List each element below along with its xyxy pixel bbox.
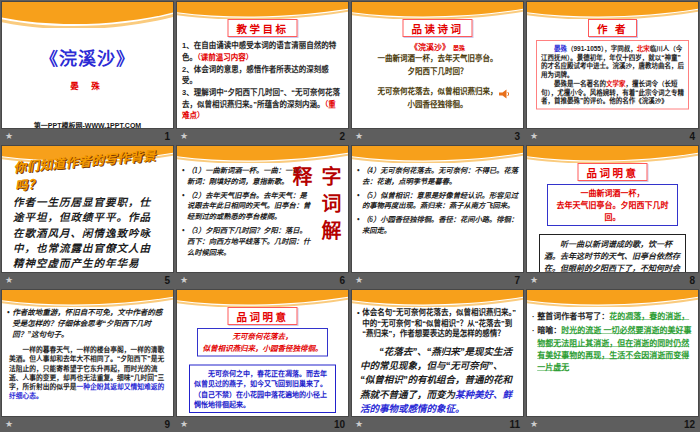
slide-thumbnail[interactable]: 字词解释•（1）一曲新词酒一杯。一曲：一首。新词：刚填好的词，意指新歌。•（2）… [177, 146, 348, 272]
slide-thumbnail[interactable]: •体会名句“无可奈何花落去，似曾相识燕归来。”中的“无可奈何”和“似曾相识”？从… [352, 290, 523, 416]
text-run: 晏殊 [453, 44, 465, 51]
script-para: 作者一生历居显官要职，仕途平坦，但政绩平平。作品在歌酒风月、闲情逸致吟咏中，也常… [13, 195, 162, 272]
main-title: 《浣溪沙》 [7, 44, 168, 70]
slide-thumbnail[interactable]: •作者故地重游，怀旧自不可免，文中作者的感受是怎样的？仔细体会思考“夕阳西下几时… [2, 290, 173, 416]
slide-cell: 你们知道作者的写作背景吗？作者一生历居显官要职，仕途平坦，但政绩平平。作品在歌酒… [0, 144, 175, 288]
list-item-text: （5）似曾相识：意思是好像曾经认识。形容见过的事物再度出现。燕归来：燕子从南方飞… [362, 190, 518, 212]
slide-content: 《浣溪沙》晏 殊第一PPT模板网-WWW.1PPT.COM [2, 2, 173, 111]
animation-star-icon[interactable]: ★ [180, 420, 188, 429]
slide-number: 11 [509, 419, 520, 430]
animation-star-icon[interactable]: ★ [355, 420, 363, 429]
bullet-icon: · [532, 310, 535, 322]
slide-canvas: 品词明意无可奈何花落去，似曾相识燕归来，小园香径独徘徊。无可奈何之中，春花正在凋… [177, 290, 348, 416]
thumbnail-strip: ★8 [527, 273, 698, 287]
slide-number: 6 [339, 275, 345, 286]
slide-cell: 品词明意一曲新词酒一杯，去年天气旧亭台。夕阳西下几时回。听一曲以新词谱成的歌，饮… [525, 144, 700, 288]
list-item-text: 3、理解词中“夕阳西下几时回”、“无可奈何花落去，似曾相识燕归来。”所蕴含的深刻… [182, 88, 340, 119]
text-run: 似曾相识燕归来，小园香径独徘徊。 [202, 344, 322, 352]
slide-number: 9 [164, 419, 170, 430]
slide-thumbnail[interactable]: 品读诗词《浣溪沙》晏殊一曲新词酒一杯，去年天气旧亭台。夕阳西下几时回？无可奈何花… [352, 2, 523, 128]
paragraph-text: 作者故地重游，怀旧自不可免，文中作者的感受是怎样的？仔细体会思考“夕阳西下几时回… [12, 307, 168, 340]
slide-number: 4 [689, 131, 695, 142]
text-run: 《浣溪沙》 [410, 43, 450, 52]
animation-star-icon[interactable]: ★ [5, 276, 13, 285]
paragraph: 晏殊（991-1055），字同叔，北宋临川人（今江西抚州）。景德初年，年仅十四岁… [541, 44, 684, 79]
slide-number: 3 [514, 131, 520, 142]
list-item-text: 整首词作者书写了：花的凋落，春的消逝， [537, 310, 689, 322]
list-item: •（6）小园香径独徘徊。香径：花间小路。徘徊：来回走。 [357, 215, 518, 237]
bullet-paragraph: •作者故地重游，怀旧自不可免，文中作者的感受是怎样的？仔细体会思考“夕阳西下几时… [7, 307, 168, 340]
quote-line: 一曲新词酒一杯， [551, 187, 674, 199]
animation-star-icon[interactable]: ★ [180, 276, 188, 285]
slide-thumbnail[interactable]: 教学目标1、在自由诵读中感受本词的语言清丽自然的特色。（课前温习内容）2、体会词… [177, 2, 348, 128]
list-item-text: 2、体会词的意思，感悟作者所表达的深刻感受。 [182, 65, 329, 85]
slide-content: 作 者晏殊（991-1055），字同叔，北宋临川人（今江西抚州）。景德初年，年仅… [527, 2, 698, 111]
bullet-icon: • [357, 307, 360, 339]
list-item: 2、体会词的意思，感悟作者所表达的深刻感受。 [182, 64, 343, 87]
thumbnail-strip: ★10 [177, 417, 348, 431]
bullet-icon: • [182, 190, 185, 223]
thumbnail-strip: ★1 [2, 129, 173, 143]
poem-line: 小园香径独徘徊。 [357, 97, 518, 110]
paragraph: 晏殊是一名著名的文学家，擅长词令（长短句），尤擅小令。风格婉转，有着“此宗令词之… [541, 79, 684, 105]
slide-canvas: ·整首词作者书写了：花的凋落，春的消逝，·暗喻：时光的流逝 一切必然要消逝的美好… [527, 290, 698, 416]
text-run: （课前温习内容） [197, 52, 253, 61]
text-run: 整首词作者书写了： [537, 312, 609, 321]
animation-star-icon[interactable]: ★ [355, 276, 363, 285]
bullet-icon: • [357, 165, 360, 187]
translation-box: 听一曲以新词谱成的歌，饮一杯酒。去年这时节的天气、旧亭台依然存在。但眼前的夕阳西… [539, 234, 686, 272]
body-paragraph: “花落去”、“燕归来”是现实生活中的常见现象，但与“无可奈何”、“似曾相识”的有… [360, 345, 515, 416]
text-run: 暗喻： [537, 326, 561, 335]
vertical-title: 字词解释 [286, 166, 344, 255]
slide-content: •（4）无可奈何花落去。无可奈何：不得已。花落去：花谢，点明季节是暮春。•（5）… [352, 146, 523, 255]
summary-list: ·整首词作者书写了：花的凋落，春的消逝，·暗喻：时光的流逝 一切必然要消逝的美好… [532, 310, 693, 374]
slide-canvas: 你们知道作者的写作背景吗？作者一生历居显官要职，仕途平坦，但政绩平平。作品在歌酒… [2, 146, 173, 272]
heading-box: 品读诗词 [403, 19, 473, 37]
animation-star-icon[interactable]: ★ [5, 420, 13, 429]
slide-thumbnail[interactable]: 品词明意一曲新词酒一杯，去年天气旧亭台。夕阳西下几时回。听一曲以新词谱成的歌，饮… [527, 146, 698, 272]
slide-canvas: 品词明意一曲新词酒一杯，去年天气旧亭台。夕阳西下几时回。听一曲以新词谱成的歌，饮… [527, 146, 698, 272]
list-item: 1、在自由诵读中感受本词的语言清丽自然的特色。（课前温习内容） [182, 40, 343, 63]
text-run: （991-1055），字同叔， [567, 45, 637, 53]
bullet-icon: • [182, 165, 185, 187]
list-item-text: 1、在自由诵读中感受本词的语言清丽自然的特色。（课前温习内容） [182, 41, 336, 61]
thumbnail-strip: ★3 [352, 129, 523, 143]
slide-thumbnail[interactable]: 作 者晏殊（991-1055），字同叔，北宋临川人（今江西抚州）。景德初年，年仅… [527, 2, 698, 128]
slide-thumbnail[interactable]: ·整首词作者书写了：花的凋落，春的消逝，·暗喻：时光的流逝 一切必然要消逝的美好… [527, 290, 698, 416]
text-run: 无可奈何之中，春花正在凋落。而去年似曾见过的燕子，如今又飞回到旧巢来了。（自己不… [194, 370, 327, 408]
poem-line: 夕阳西下几时回？ [357, 65, 518, 78]
slide-number: 10 [334, 419, 345, 430]
banner-3d: 你们知道作者的写作背景吗？ [13, 146, 170, 194]
animation-star-icon[interactable]: ★ [5, 132, 13, 141]
slide-cell: 教学目标1、在自由诵读中感受本词的语言清丽自然的特色。（课前温习内容）2、体会词… [175, 0, 350, 144]
slide-thumbnail[interactable]: 你们知道作者的写作背景吗？作者一生历居显官要职，仕途平坦，但政绩平平。作品在歌酒… [2, 146, 173, 272]
slide-thumbnail[interactable]: 《浣溪沙》晏 殊第一PPT模板网-WWW.1PPT.COM [2, 2, 173, 128]
animation-star-icon[interactable]: ★ [355, 132, 363, 141]
list-item: ·整首词作者书写了：花的凋落，春的消逝， [532, 310, 693, 322]
animation-star-icon[interactable]: ★ [530, 132, 538, 141]
slide-thumbnail[interactable]: •（4）无可奈何花落去。无可奈何：不得已。花落去：花谢，点明季节是暮春。•（5）… [352, 146, 523, 272]
site-footer: 第一PPT模板网-WWW.1PPT.COM [7, 120, 168, 129]
heading-box: 作 者 [588, 19, 637, 37]
animation-star-icon[interactable]: ★ [180, 132, 188, 141]
animation-star-icon[interactable]: ★ [530, 420, 538, 429]
slide-content: 字词解释•（1）一曲新词酒一杯。一曲：一首。新词：刚填好的词，意指新歌。•（2）… [177, 146, 348, 255]
slide-thumbnail[interactable]: 品词明意无可奈何花落去，似曾相识燕归来，小园香径独徘徊。无可奈何之中，春花正在凋… [177, 290, 348, 416]
text-run: 晏殊是一名著名的 [554, 80, 606, 88]
heading-box: 品词明意 [228, 307, 298, 325]
animation-star-icon[interactable]: ★ [530, 276, 538, 285]
thumbnail-strip: ★11 [352, 417, 523, 431]
text-run: 无可奈何花落去， [232, 333, 292, 341]
thumbnail-strip: ★5 [2, 273, 173, 287]
text-run: （5）似曾相识：意思是好像曾经认识。形容见过的事物再度出现。燕归来：燕子从南方飞… [362, 191, 518, 210]
bullet-icon: · [532, 324, 535, 374]
thumbnail-strip: ★12 [527, 417, 698, 431]
list-item-text: （4）无可奈何花落去。无可奈何：不得已。花落去：花谢，点明季节是暮春。 [362, 165, 518, 187]
slide-canvas: 教学目标1、在自由诵读中感受本词的语言清丽自然的特色。（课前温习内容）2、体会词… [177, 2, 348, 128]
speaker-icon[interactable] [498, 89, 511, 99]
thumbnail-strip: ★7 [352, 273, 523, 287]
text-run: （4）无可奈何花落去。无可奈何：不得已。花落去：花谢，点明季节是暮春。 [362, 166, 518, 185]
slide-number: 1 [164, 131, 170, 142]
text-run: 2、体会词的意思，感悟作者所表达的深刻感受。 [182, 65, 329, 85]
heading-box: 品词明意 [578, 163, 648, 181]
